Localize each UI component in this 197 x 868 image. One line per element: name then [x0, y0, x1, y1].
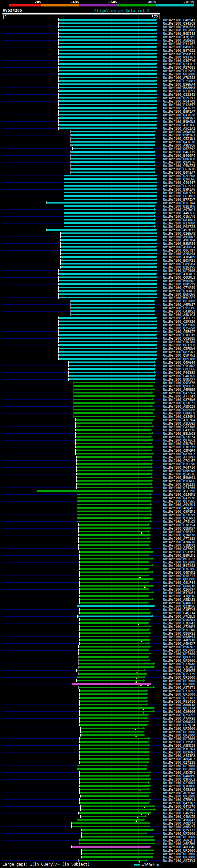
alignment-bar[interactable] — [59, 320, 156, 322]
alignment-row[interactable]: UniRef100_Q41628 — [0, 113, 197, 116]
alignment-row[interactable]: UniRef100_O76286 — [0, 567, 197, 570]
alignment-bar[interactable] — [81, 856, 152, 858]
alignment-bar[interactable] — [46, 202, 156, 204]
alignment-bar[interactable] — [71, 314, 154, 315]
alignment-row[interactable]: UniRef100_Q2GNA8 — [0, 231, 197, 235]
alignment-row[interactable]: UniRef100_Q0CT97 — [0, 248, 197, 252]
alignment-bar[interactable] — [71, 165, 154, 166]
alignment-row[interactable]: UniRef100_A7NZS8 — [0, 76, 197, 79]
alignment-bar[interactable] — [76, 470, 152, 471]
alignment-bar[interactable] — [59, 19, 156, 21]
alignment-bar[interactable] — [71, 137, 154, 139]
alignment-row[interactable]: UniRef100_Q9P8M1 — [0, 509, 197, 513]
alignment-row[interactable]: UniRef100_A0BX71 — [0, 825, 197, 828]
alignment-bar[interactable] — [79, 612, 150, 614]
alignment-bar[interactable] — [59, 331, 156, 332]
alignment-row[interactable]: UniRef100_B9RVW7 — [0, 116, 197, 120]
alignment-bar[interactable] — [75, 423, 151, 424]
alignment-bar[interactable] — [76, 460, 152, 461]
alignment-row[interactable]: UniRef100_A8QA92 — [0, 506, 197, 509]
alignment-row[interactable]: UniRef100_UPI000.. — [0, 764, 197, 767]
alignment-row[interactable]: UniRef100_A9V2U4 — [0, 503, 197, 506]
alignment-row[interactable]: UniRef100_C4WUI5 — [0, 815, 197, 818]
alignment-bar[interactable] — [59, 90, 156, 92]
alignment-row[interactable]: UniRef100_Q41629 — [0, 106, 197, 110]
alignment-row[interactable]: UniRef100_A2T9T1 — [0, 686, 197, 689]
alignment-row[interactable]: UniRef100_A6PZH0 — [0, 842, 197, 845]
alignment-bar[interactable] — [78, 527, 150, 529]
alignment-bar[interactable] — [60, 256, 156, 258]
alignment-bar[interactable] — [78, 531, 149, 532]
alignment-row[interactable]: UniRef100_P27081 — [0, 66, 197, 69]
alignment-row[interactable]: UniRef100_B9DI48 — [0, 32, 197, 35]
alignment-row[interactable]: UniRef100_UPI000.. — [0, 299, 197, 303]
alignment-bar[interactable] — [59, 341, 156, 342]
alignment-row[interactable]: UniRef100_UPI000.. — [0, 648, 197, 652]
alignment-row[interactable]: UniRef100_C5DIR0 — [0, 340, 197, 343]
alignment-bar[interactable] — [59, 127, 156, 129]
alignment-bar[interactable] — [75, 433, 152, 434]
alignment-row[interactable]: UniRef100_Q9H0C2 — [0, 777, 197, 781]
alignment-bar[interactable] — [59, 56, 156, 58]
alignment-bar[interactable] — [75, 450, 151, 451]
alignment-bar[interactable] — [79, 839, 154, 841]
alignment-row[interactable]: UniRef100_A7Q2B5 — [0, 35, 197, 38]
alignment-bar[interactable] — [71, 826, 149, 827]
alignment-bar[interactable] — [79, 721, 148, 722]
alignment-row[interactable]: UniRef100_Q25129 — [0, 672, 197, 676]
alignment-bar[interactable] — [78, 548, 150, 549]
alignment-bar[interactable] — [59, 293, 156, 295]
alignment-row[interactable]: UniRef100_A7RN38 — [0, 540, 197, 544]
alignment-row[interactable]: UniRef100_Q5DFR4 — [0, 618, 197, 621]
alignment-bar[interactable] — [59, 104, 156, 105]
alignment-row[interactable]: UniRef100_UPI000.. — [0, 727, 197, 730]
alignment-row[interactable]: UniRef100_A8N1C8 — [0, 313, 197, 316]
alignment-bar[interactable] — [79, 598, 152, 600]
alignment-bar[interactable] — [80, 795, 148, 797]
alignment-row[interactable]: UniRef100_B0XP31 — [0, 259, 197, 262]
alignment-bar[interactable] — [79, 639, 149, 641]
alignment-bar[interactable] — [79, 799, 150, 800]
alignment-bar[interactable] — [77, 500, 151, 502]
alignment-bar[interactable] — [59, 97, 156, 98]
alignment-bar[interactable] — [78, 653, 150, 654]
alignment-row[interactable]: UniRef100_P02723 — [0, 225, 197, 228]
alignment-row[interactable]: UniRef100_Q22M56 — [0, 604, 197, 608]
alignment-row[interactable]: UniRef100_A7TT47 — [0, 395, 197, 398]
alignment-bar[interactable] — [59, 327, 156, 329]
alignment-row[interactable]: UniRef100_P04710 — [0, 466, 197, 469]
alignment-row[interactable]: UniRef100_A4H9X7 — [0, 642, 197, 645]
alignment-row[interactable]: UniRef100_P18239 — [0, 445, 197, 448]
alignment-bar[interactable] — [79, 762, 148, 763]
alignment-bar[interactable] — [75, 426, 152, 427]
alignment-row[interactable]: UniRef100_Q8IJ34 — [0, 706, 197, 710]
alignment-row[interactable]: UniRef100_UPI000.. — [0, 692, 197, 696]
alignment-row[interactable]: UniRef100_Q8J0M2 — [0, 493, 197, 496]
alignment-row[interactable]: UniRef100_Q23CV9 — [0, 513, 197, 516]
alignment-row[interactable]: UniRef100_C9SLB6 — [0, 306, 197, 309]
alignment-row[interactable]: UniRef100_Q8NK57 — [0, 527, 197, 530]
alignment-row[interactable]: UniRef100_Q9P875 — [0, 384, 197, 388]
alignment-row[interactable]: UniRef100_B4G0F4 — [0, 154, 197, 157]
alignment-row[interactable]: UniRef100_Q6ZZ92 — [0, 147, 197, 150]
alignment-row[interactable]: UniRef100_C1MHZ5 — [0, 669, 197, 672]
alignment-row[interactable]: UniRef100_Q2R030 — [0, 533, 197, 537]
alignment-row[interactable]: UniRef100_A7APS8 — [0, 716, 197, 720]
alignment-row[interactable]: UniRef100_Q4PG44 — [0, 361, 197, 364]
alignment-bar[interactable] — [77, 494, 151, 495]
alignment-row[interactable]: UniRef100_C5FDW0 — [0, 347, 197, 350]
alignment-bar[interactable] — [71, 131, 154, 132]
alignment-bar[interactable] — [79, 582, 148, 583]
alignment-bar[interactable] — [59, 77, 156, 78]
alignment-bar[interactable] — [68, 368, 155, 370]
alignment-row[interactable]: UniRef100_Q25692 — [0, 713, 197, 716]
alignment-bar[interactable] — [59, 26, 156, 27]
alignment-bar[interactable] — [59, 283, 156, 285]
alignment-row[interactable]: UniRef100_C3YSM3 — [0, 740, 197, 744]
alignment-row[interactable]: UniRef100_Q9LF44 — [0, 581, 197, 584]
alignment-bar[interactable] — [79, 673, 146, 675]
alignment-bar[interactable] — [79, 697, 147, 699]
alignment-bar[interactable] — [59, 358, 156, 360]
alignment-row[interactable]: UniRef100_B8NRS8 — [0, 242, 197, 245]
alignment-bar[interactable] — [59, 39, 156, 41]
